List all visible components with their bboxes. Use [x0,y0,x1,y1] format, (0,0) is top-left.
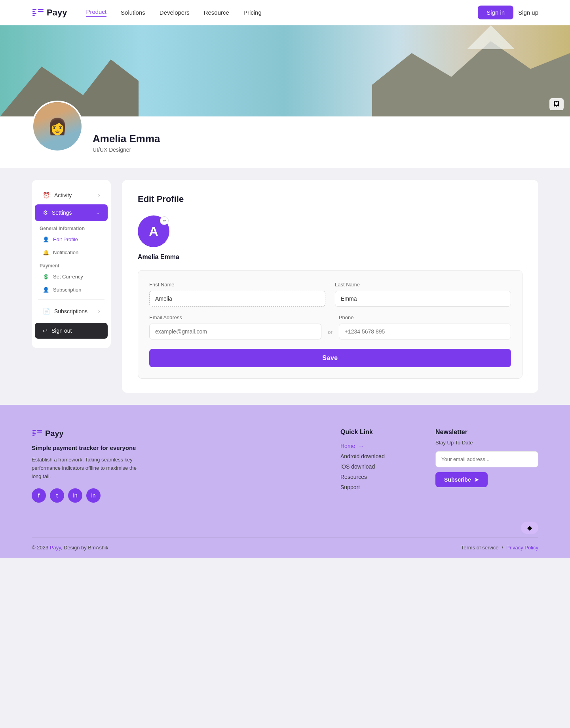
nav-link-developers[interactable]: Developers [160,9,190,16]
terms-label: Terms of service [461,545,499,551]
sidebar-item-subscriptions[interactable]: 📄 Subscriptions › [35,303,108,320]
nav-link-pricing[interactable]: Pricing [243,9,262,16]
newsletter-email-input[interactable] [435,451,538,467]
sidebar-item-settings[interactable]: ⚙ Settings ⌄ [35,204,108,221]
hero-banner: 🖼 [0,25,570,116]
profile-avatar-wrapper: 👩 [32,101,83,152]
footer-top: Payy Simple payment tracker for everyone… [32,429,538,518]
svg-rect-8 [32,433,36,435]
nav-logo-text: Payy [47,8,67,18]
footer-brand: Payy Simple payment tracker for everyone… [32,429,309,503]
nav-links: Product Solutions Developers Resource Pr… [86,8,478,17]
nav-logo[interactable]: Payy [32,7,67,18]
sidebar-payment-title: Payment [32,259,111,270]
social-linkedin[interactable]: in [86,488,101,503]
footer-logo: Payy [32,429,309,438]
nav-link-resource[interactable]: Resource [204,9,229,16]
profile-title: UI/UX Designer [93,147,160,153]
phone-input[interactable] [339,324,511,339]
svg-rect-2 [32,13,36,14]
currency-icon: 💲 [43,274,49,280]
footer-link-resources[interactable]: Resources [340,474,404,480]
profile-name: Amelia Emma [93,133,160,145]
social-twitter[interactable]: t [50,488,64,503]
first-name-input[interactable] [149,291,325,307]
svg-rect-5 [38,11,44,12]
subscribe-label: Subscribe [444,476,471,483]
edit-panel-title: Edit Profile [138,194,522,204]
navbar: Payy Product Solutions Developers Resour… [0,0,570,25]
social-facebook[interactable]: f [32,488,46,503]
svg-rect-4 [38,9,44,10]
sidebar-sub-set-currency[interactable]: 💲 Set Currency [32,270,111,283]
svg-rect-7 [32,432,34,433]
newsletter-title: Newsletter [435,429,538,436]
sidebar-sub-edit-profile[interactable]: 👤 Edit Profile [32,233,111,246]
sidebar-sub-subscription[interactable]: 👤 Subscription [32,283,111,296]
footer-bottom: © 2023 Payy, Design by BmAshik Terms of … [32,537,538,558]
signup-button[interactable]: Sign up [518,9,538,16]
footer-copyright: © 2023 Payy, Design by BmAshik [32,545,108,551]
phone-group: Phone [339,314,511,339]
signin-button[interactable]: Sign in [478,6,513,19]
edit-avatar-pencil-button[interactable]: ✏ [160,216,169,225]
nav-link-product[interactable]: Product [86,8,106,17]
edit-avatar-wrapper: A ✏ [138,215,169,247]
nav-link-solutions[interactable]: Solutions [121,9,145,16]
sidebar-signout-button[interactable]: ↩ Sign out [35,323,108,339]
sidebar-settings-label: Settings [52,210,72,216]
name-row: Frist Name Last Name [149,282,511,307]
last-name-group: Last Name [335,282,511,307]
footer-payy-link[interactable]: Payy, [50,545,63,551]
last-name-input[interactable] [335,291,511,307]
subscription-icon: 👤 [43,287,49,293]
footer-link-android[interactable]: Android download [340,453,404,459]
svg-rect-9 [32,435,34,436]
sidebar-edit-profile-label: Edit Profile [53,236,78,242]
sidebar-subscriptions-label: Subscriptions [54,308,87,314]
subscriptions-icon: 📄 [43,308,50,315]
avatar-image: 👩 [33,102,82,151]
svg-rect-1 [32,11,35,12]
activity-icon: ⏰ [43,192,50,199]
sidebar-divider [38,299,104,300]
edit-banner-button[interactable]: 🖼 [549,98,564,110]
sidebar-notification-label: Notification [53,250,78,255]
social-instagram[interactable]: in [68,488,82,503]
edit-profile-icon: 👤 [43,236,49,242]
footer-description: Establish a framework. Taking seamless k… [32,456,142,480]
svg-rect-0 [32,9,36,10]
subscriptions-chevron-icon: › [98,309,100,314]
sidebar-general-info-title: General Information [32,222,111,233]
subscribe-button[interactable]: Subscribe ➤ [435,472,488,487]
email-label: Email Address [149,314,321,320]
sidebar-signout-label: Sign out [51,328,72,334]
phone-label: Phone [339,314,511,320]
settings-chevron-icon: ⌄ [96,210,100,215]
footer-link-ios[interactable]: iOS download [340,463,404,470]
privacy-policy-link[interactable]: Privacy Policy [506,545,538,551]
svg-rect-10 [37,430,42,431]
footer-home-link-row: Home → [340,443,404,449]
footer-link-home[interactable]: Home → [340,443,364,449]
save-button[interactable]: Save [149,349,511,367]
email-group: Email Address [149,314,321,339]
email-input[interactable] [149,324,321,339]
send-icon: ➤ [474,476,479,483]
edit-avatar-letter: A [149,224,158,239]
or-label: or [328,329,332,339]
edit-banner-icon: 🖼 [553,101,560,107]
sidebar-subscription-label: Subscription [53,287,82,293]
footer-link-support[interactable]: Support [340,484,404,490]
footer-quicklinks-title: Quick Link [340,429,404,436]
notification-icon: 🔔 [43,250,49,255]
sidebar-item-activity[interactable]: ⏰ Activity › [35,187,108,204]
scroll-top-area: ◆ [32,518,538,537]
scroll-top-button[interactable]: ◆ [521,522,538,534]
profile-section: 👩 Amelia Emma UI/UX Designer [0,116,570,168]
main-content: ⏰ Activity › ⚙ Settings ⌄ General Inform… [0,168,570,405]
sidebar-sub-notification[interactable]: 🔔 Notification [32,246,111,259]
last-name-label: Last Name [335,282,511,288]
signout-icon: ↩ [43,328,48,334]
form-card: Frist Name Last Name Email Address or Ph… [138,270,522,379]
